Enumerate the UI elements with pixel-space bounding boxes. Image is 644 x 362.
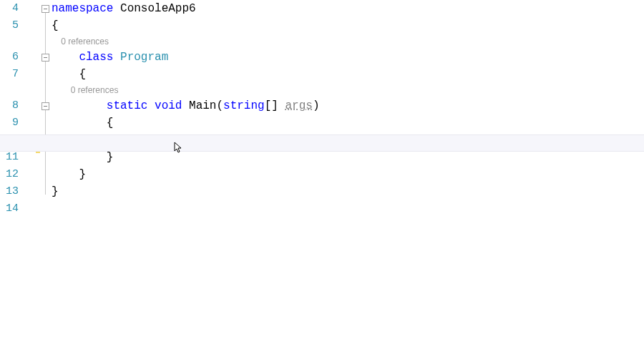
line-number: 6 xyxy=(0,49,19,66)
line-number: 7 xyxy=(0,66,19,83)
code-line[interactable]: class Program xyxy=(52,49,644,66)
codelens-text: 0 references xyxy=(61,36,109,47)
codelens-text: 0 references xyxy=(71,85,119,95)
brace-close: } xyxy=(79,168,86,181)
code-line[interactable]: namespace ConsoleApp6 xyxy=(52,0,644,17)
code-line[interactable]: { xyxy=(52,17,644,34)
codelens-spacer xyxy=(0,34,19,49)
keyword-void: void xyxy=(155,99,182,112)
line-number: 4 xyxy=(0,0,19,17)
glyph-margin xyxy=(21,0,36,362)
brace-open: { xyxy=(52,19,59,32)
param-args: args xyxy=(285,99,312,112)
code-editor[interactable]: 4 5 6 7 8 9 10 11 12 13 14 namespace xyxy=(0,0,644,362)
code-line[interactable]: { xyxy=(52,66,644,83)
brace-close: } xyxy=(52,185,59,198)
code-area[interactable]: namespace ConsoleApp6 { 0 references cla… xyxy=(52,0,644,362)
keyword-class: class xyxy=(79,51,113,64)
code-line[interactable]: static void Main(string[] args) xyxy=(52,97,644,114)
class-name: Program xyxy=(120,51,168,64)
cursor-icon xyxy=(174,142,182,155)
line-number: 5 xyxy=(0,17,19,34)
outlining-margin xyxy=(40,0,52,362)
line-number: 13 xyxy=(0,183,19,200)
code-line[interactable]: } xyxy=(52,166,644,183)
codelens-spacer xyxy=(0,83,19,97)
code-line[interactable]: } xyxy=(52,183,644,200)
line-number: 12 xyxy=(0,166,19,183)
line-number: 8 xyxy=(0,97,19,114)
line-number: 14 xyxy=(0,200,19,217)
brace-open: { xyxy=(107,117,114,129)
brace-open: { xyxy=(79,68,86,81)
line-number: 9 xyxy=(0,114,19,132)
line-number-gutter: 4 5 6 7 8 9 10 11 12 13 14 xyxy=(0,0,21,362)
keyword-static: static xyxy=(107,99,148,112)
code-line[interactable] xyxy=(52,200,644,217)
method-name: Main xyxy=(189,99,216,112)
fold-toggle-icon[interactable] xyxy=(42,102,49,110)
codelens-references[interactable]: 0 references xyxy=(52,83,644,97)
fold-toggle-icon[interactable] xyxy=(42,5,49,13)
code-line[interactable]: { xyxy=(52,114,644,132)
fold-toggle-icon[interactable] xyxy=(42,54,49,62)
namespace-name: ConsoleApp6 xyxy=(120,2,196,15)
brace-close: } xyxy=(107,151,114,164)
codelens-references[interactable]: 0 references xyxy=(52,34,644,49)
keyword-namespace: namespace xyxy=(52,2,113,15)
keyword-string: string xyxy=(223,99,265,112)
